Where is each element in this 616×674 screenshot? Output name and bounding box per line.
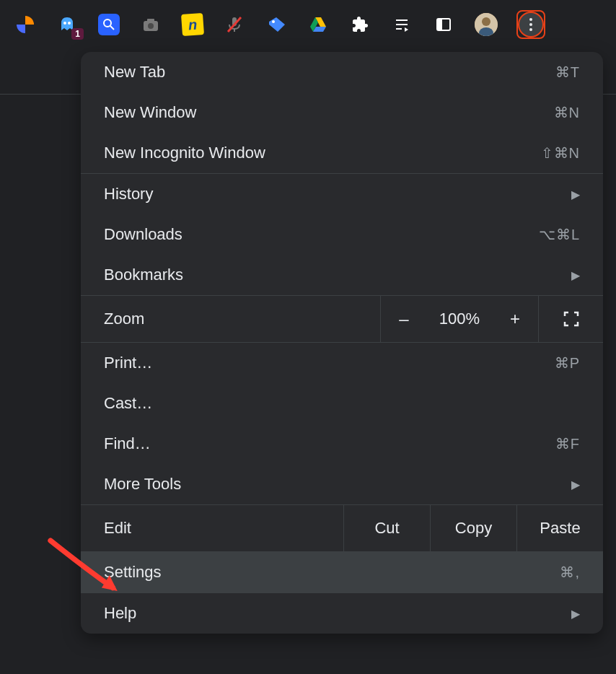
similarweb-icon[interactable]	[14, 14, 36, 35]
menu-label: New Window	[104, 103, 554, 122]
profile-avatar[interactable]	[475, 13, 498, 36]
menu-shortcut: ⌘P	[555, 354, 580, 372]
menu-cast[interactable]: Cast…	[81, 383, 603, 424]
svg-point-2	[68, 22, 71, 25]
browser-toolbar: 1 n	[0, 0, 616, 49]
chevron-right-icon: ▶	[571, 478, 580, 491]
menu-label: New Incognito Window	[104, 144, 541, 162]
menu-label: New Tab	[104, 63, 555, 82]
ghostery-icon[interactable]: 1	[56, 14, 78, 35]
notion-icon[interactable]: n	[181, 13, 204, 36]
chevron-right-icon: ▶	[571, 268, 580, 282]
zoom-value: 100%	[427, 310, 492, 328]
more-menu-button[interactable]	[518, 12, 544, 38]
menu-label: History	[104, 185, 571, 203]
edit-copy-button[interactable]: Copy	[430, 505, 516, 551]
svg-point-1	[63, 22, 66, 25]
svg-rect-6	[147, 19, 154, 22]
media-control-icon[interactable]	[391, 14, 413, 35]
side-panel-icon[interactable]	[433, 14, 454, 35]
menu-label: Help	[104, 604, 571, 623]
svg-point-18	[482, 17, 490, 26]
menu-label: Cast…	[104, 394, 580, 413]
search-ext-icon[interactable]	[98, 14, 120, 35]
menu-new-incognito[interactable]: New Incognito Window ⇧⌘N	[81, 133, 603, 173]
menu-more-tools[interactable]: More Tools ▶	[81, 464, 603, 504]
tag-icon[interactable]	[265, 14, 287, 35]
svg-point-7	[148, 23, 154, 29]
svg-point-22	[529, 28, 532, 31]
menu-find[interactable]: Find… ⌘F	[81, 424, 603, 464]
svg-point-11	[272, 20, 275, 23]
svg-point-3	[104, 19, 111, 27]
chevron-right-icon: ▶	[571, 188, 580, 201]
menu-label: More Tools	[104, 475, 571, 494]
chevron-right-icon: ▶	[571, 607, 580, 621]
menu-new-tab[interactable]: New Tab ⌘T	[81, 52, 603, 92]
menu-label: Bookmarks	[104, 266, 571, 284]
menu-settings[interactable]: Settings ⌘,	[81, 552, 603, 592]
chrome-menu: New Tab ⌘T New Window ⌘N New Incognito W…	[81, 52, 603, 634]
menu-bookmarks[interactable]: Bookmarks ▶	[81, 255, 603, 295]
edit-cut-button[interactable]: Cut	[343, 505, 430, 551]
screenshot-icon[interactable]	[140, 14, 162, 35]
menu-downloads[interactable]: Downloads ⌥⌘L	[81, 214, 603, 255]
zoom-controls: – 100% +	[380, 296, 538, 342]
menu-shortcut: ⌘N	[554, 104, 580, 121]
edit-paste-button[interactable]: Paste	[516, 505, 603, 551]
fullscreen-button[interactable]	[538, 296, 603, 342]
menu-label: Print…	[104, 354, 555, 372]
zoom-out-button[interactable]: –	[381, 296, 427, 342]
menu-label: Downloads	[104, 225, 539, 244]
menu-zoom-row: Zoom – 100% +	[81, 296, 603, 342]
menu-label: Settings	[104, 563, 560, 582]
menu-history[interactable]: History ▶	[81, 174, 603, 214]
mic-muted-icon[interactable]	[224, 14, 245, 35]
menu-shortcut: ⌘F	[555, 435, 580, 452]
menu-new-window[interactable]: New Window ⌘N	[81, 92, 603, 133]
menu-shortcut: ⌥⌘L	[539, 226, 580, 243]
menu-shortcut: ⌘T	[555, 64, 580, 81]
menu-print[interactable]: Print… ⌘P	[81, 343, 603, 383]
menu-label: Find…	[104, 434, 555, 453]
zoom-in-button[interactable]: +	[492, 296, 538, 342]
svg-point-21	[529, 23, 532, 26]
edit-label: Edit	[81, 505, 343, 551]
google-drive-icon[interactable]	[307, 14, 329, 35]
menu-shortcut: ⌘,	[560, 564, 580, 581]
zoom-label: Zoom	[81, 310, 380, 328]
menu-edit-row: Edit Cut Copy Paste	[81, 505, 603, 551]
svg-line-4	[110, 26, 114, 30]
svg-point-20	[529, 18, 532, 21]
menu-shortcut: ⇧⌘N	[541, 144, 580, 162]
extensions-puzzle-icon[interactable]	[349, 14, 371, 35]
menu-help[interactable]: Help ▶	[81, 593, 603, 634]
svg-rect-16	[437, 19, 442, 30]
ghostery-badge: 1	[71, 28, 84, 40]
